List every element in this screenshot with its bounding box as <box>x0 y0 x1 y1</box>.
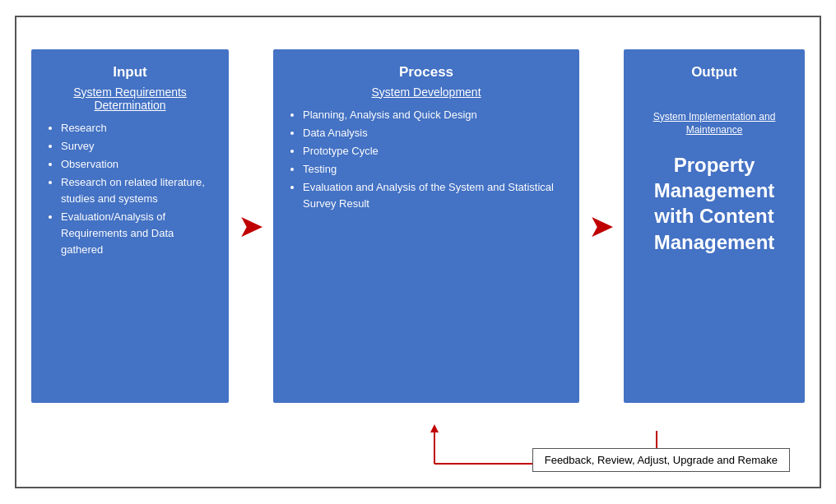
output-subtitle: System Implementation and Maintenance <box>637 110 792 138</box>
diagram-container: Input System Requirements Determination … <box>15 16 821 488</box>
process-list: Planning, Analysis and Quick Design Data… <box>286 107 566 215</box>
list-item: Data Analysis <box>303 125 566 141</box>
input-title: Input <box>44 64 216 81</box>
feedback-label: Feedback, Review, Adjust, Upgrade and Re… <box>532 448 790 472</box>
feedback-area: Feedback, Review, Adjust, Upgrade and Re… <box>31 423 805 472</box>
right-arrow-icon: ➤ <box>238 210 264 242</box>
list-item: Evaluation and Analysis of the System an… <box>303 179 566 212</box>
output-title: Output <box>691 64 737 81</box>
list-item: Survey <box>61 138 216 155</box>
list-item: Research on related literature, studies … <box>61 174 216 207</box>
arrow-process-to-output: ➤ <box>579 210 624 242</box>
svg-marker-1 <box>430 424 439 432</box>
arrow-input-to-process: ➤ <box>229 210 273 242</box>
list-item: Testing <box>303 161 566 178</box>
process-subtitle: System Development <box>286 86 566 99</box>
top-row: Input System Requirements Determination … <box>31 32 805 419</box>
output-box: Output System Implementation and Mainten… <box>624 49 805 403</box>
right-arrow-icon-2: ➤ <box>588 210 615 242</box>
input-box: Input System Requirements Determination … <box>31 49 229 403</box>
list-item: Evaluation/Analysis of Requirements and … <box>61 209 216 258</box>
input-subtitle: System Requirements Determination <box>44 86 216 112</box>
list-item: Prototype Cycle <box>303 143 566 160</box>
process-title: Process <box>286 64 566 81</box>
list-item: Research <box>61 120 216 136</box>
output-main-text: Property Management with Content Managem… <box>637 152 792 255</box>
list-item: Observation <box>61 156 216 173</box>
process-box: Process System Development Planning, Ana… <box>273 49 579 403</box>
input-list: Research Survey Observation Research on … <box>44 120 216 261</box>
list-item: Planning, Analysis and Quick Design <box>303 107 566 123</box>
